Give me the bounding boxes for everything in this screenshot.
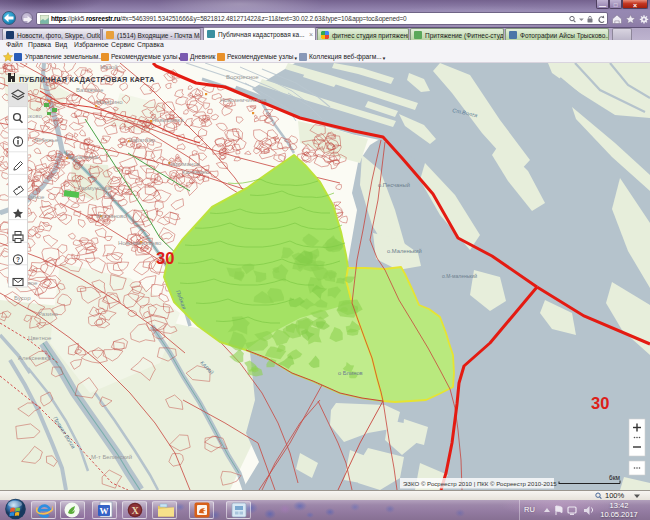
svg-text:Разино: Разино xyxy=(38,311,58,317)
svg-text:100%: 100% xyxy=(605,491,625,500)
svg-text:Каратаяр: Каратаяр xyxy=(129,137,156,143)
svg-text:Воскресное: Воскресное xyxy=(226,74,259,80)
svg-text:Барановка: Барановка xyxy=(68,154,99,160)
svg-text:Новошипка: Новошипка xyxy=(152,117,184,123)
svg-text:Новоземчиновка: Новоземчиновка xyxy=(220,97,267,103)
svg-text:Нововасильево: Нововасильево xyxy=(118,240,162,246)
svg-text:Бусор: Бусор xyxy=(14,295,31,301)
svg-text:Ватажное: Ватажное xyxy=(76,87,104,93)
svg-text:Мултаново: Мултаново xyxy=(96,213,127,219)
svg-text:о.Маленький: о.Маленький xyxy=(387,248,422,254)
svg-text:о Блинов: о Блинов xyxy=(338,370,363,376)
svg-text:о.Песчаный: о.Песчаный xyxy=(378,182,410,188)
svg-text:ПУБЛИЧНАЯ КАДАСТРОВАЯ КАРТА: ПУБЛИЧНАЯ КАДАСТРОВАЯ КАРТА xyxy=(19,75,155,84)
svg-text:Нариманов: Нариманов xyxy=(168,161,200,167)
svg-text:Мазой: Мазой xyxy=(100,64,118,70)
svg-text:30: 30 xyxy=(591,394,609,412)
svg-text:Лебяжье: Лебяжье xyxy=(34,137,59,143)
svg-text:Марфино: Марфино xyxy=(96,99,123,105)
svg-text:М-т Белинский: М-т Белинский xyxy=(91,454,132,460)
svg-text:?: ? xyxy=(16,256,20,263)
svg-text:30: 30 xyxy=(156,249,174,267)
svg-text:W: W xyxy=(100,506,109,516)
svg-text:6км: 6км xyxy=(609,474,620,481)
svg-text:X: X xyxy=(131,505,139,516)
svg-text:Алексеевка: Алексеевка xyxy=(18,355,51,361)
svg-text:ЭЗКО © Росреестр 2010 | ПКК ©: ЭЗКО © Росреестр 2010 | ПКК © Росреестр … xyxy=(403,480,557,487)
svg-text:Калинино: Калинино xyxy=(182,169,210,175)
svg-text:Гармуновка: Гармуновка xyxy=(78,185,111,191)
svg-text:Цветное: Цветное xyxy=(28,335,52,341)
svg-text:Ямное: Ямное xyxy=(26,194,45,200)
svg-text:о.М-маленький: о.М-маленький xyxy=(442,273,477,279)
